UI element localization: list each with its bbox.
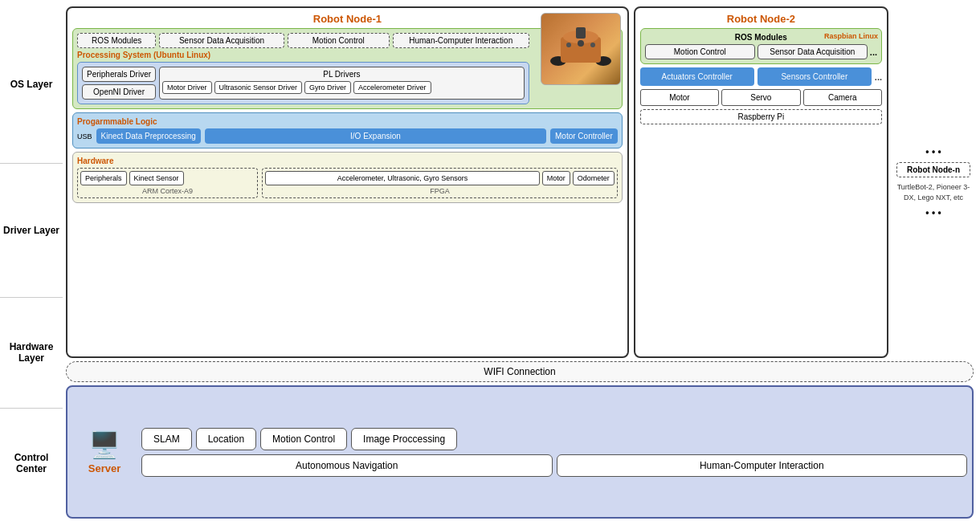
hw-groups: Peripherals Kinect Sensor ARM Cortex-A9 …: [77, 168, 618, 198]
server-area: 🖥️ Server: [72, 392, 137, 512]
node2-ros-inner: Motion Control Sensor Data Acquisition .…: [645, 44, 877, 59]
svg-point-6: [578, 40, 584, 47]
server-icon: 🖥️: [88, 429, 120, 460]
accelerometer-driver: Accelerometer Driver: [353, 81, 431, 94]
os-layer-label: OS Layer: [0, 6, 63, 163]
pl-drivers-inner: Motor Driver Ultrasonic Sensor Driver Gy…: [162, 81, 521, 94]
motor-servo-row: Motor Servo Camera: [640, 89, 882, 106]
programmable-logic: Progarmmable Logic USB Kinect Data Prepr…: [72, 112, 623, 149]
raspberry-pi-box: Raspberry Pi: [640, 109, 882, 124]
camera-item: Camera: [803, 89, 882, 106]
motion-control-box: Motion Control: [288, 33, 390, 48]
io-expansion-box: I/O Expansion: [205, 128, 546, 144]
processing-label: Processing System (Ubuntu Linux): [77, 51, 529, 59]
human-computer-box: Human-Computer Interaction: [393, 33, 529, 48]
arm-group: Peripherals Kinect Sensor ARM Cortex-A9: [77, 168, 258, 198]
act-dots: ...: [875, 67, 882, 86]
cc-content: SLAM Location Motion Control Image Procc…: [141, 392, 967, 512]
hw-label: Hardware: [77, 157, 618, 165]
cc-motion-control: Motion Control: [260, 428, 347, 450]
robot-node2: Robot Node-2 ROS Modules Raspbian Linux …: [634, 6, 888, 358]
peripherals-driver: Peripherals Driver: [82, 67, 156, 82]
driver-inner-box: Peripherals Driver OpenNI Driver PL Driv…: [77, 62, 529, 104]
odometer-hw: Odometer: [573, 171, 615, 185]
actuators-row: Actuators Controller Sensors Controller …: [640, 67, 882, 86]
ultrasonic-driver: Ultrasonic Sensor Driver: [214, 81, 303, 94]
usb-label: USB: [77, 132, 92, 140]
raspbian-label: Raspbian Linux: [824, 32, 878, 40]
sensor-data-box: Sensor Data Acquisition: [159, 33, 284, 48]
driver-layer-label: Driver Layer: [0, 163, 63, 297]
prog-logic-inner: USB Kinect Data Preprocessing I/O Expans…: [77, 128, 618, 144]
autonomous-nav-box: Autonomous Navigation: [141, 454, 553, 477]
robot-node1: Robot Node-1: [66, 6, 629, 358]
control-center: 🖥️ Server SLAM Location Motion Control I…: [66, 385, 974, 519]
node2-ros-box: ROS Modules Raspbian Linux Motion Contro…: [640, 28, 882, 64]
arm-items: Peripherals Kinect Sensor: [80, 171, 255, 185]
motor-hw: Motor: [542, 171, 570, 185]
node2-sensor-data: Sensor Data Acquisition: [757, 44, 868, 59]
noden-dots-bottom: • • •: [896, 207, 970, 218]
svg-point-7: [590, 43, 595, 47]
node2-dots: ...: [870, 44, 877, 59]
image-processing-box: Image Proccessing: [351, 428, 457, 450]
fpga-label: FPGA: [265, 187, 614, 195]
noden-title: Robot Node-n: [896, 162, 970, 177]
arm-label: ARM Cortex-A9: [80, 187, 255, 195]
openni-driver: OpenNI Driver: [82, 84, 156, 100]
kinect-box: Kinect Data Preprocessing: [96, 128, 201, 144]
motor-driver: Motor Driver: [162, 81, 212, 94]
nodes-row: Robot Node-1: [66, 6, 974, 358]
svg-rect-4: [576, 27, 586, 39]
cc-human-computer: Human-Computer Interaction: [557, 454, 968, 477]
os-modules-row: ROS Modules Sensor Data Acquisition Moti…: [77, 33, 529, 48]
right-content: Robot Node-1: [63, 0, 980, 525]
driver-left: Peripherals Driver OpenNI Driver: [82, 67, 156, 100]
noden-dots-top: • • •: [896, 146, 970, 157]
fpga-group: Accelerometer, Ultrasonic, Gyro Sensors …: [262, 168, 617, 198]
motor-item: Motor: [640, 89, 719, 106]
peripherals-hw: Peripherals: [80, 171, 127, 185]
control-center-label: Control Center: [0, 408, 63, 519]
robot-noden: • • • Robot Node-n TurtleBot-2, Pioneer …: [893, 6, 974, 358]
accel-sensor-hw: Accelerometer, Ultrasonic, Gyro Sensors: [265, 171, 539, 185]
robot-node2-title: Robot Node-2: [640, 13, 882, 25]
wifi-bar: WIFI Connection: [66, 361, 974, 382]
slam-box: SLAM: [141, 428, 192, 450]
gyro-driver: Gyro Driver: [304, 81, 351, 94]
pl-drivers-title: PL Drivers: [162, 70, 521, 79]
svg-point-5: [566, 43, 571, 47]
ros-modules-box: ROS Modules: [77, 33, 156, 48]
server-label: Server: [88, 462, 120, 474]
actuators-controller: Actuators Controller: [640, 67, 754, 86]
robot-image: [541, 13, 621, 85]
noden-desc: TurtleBot-2, Pioneer 3-DX, Lego NXT, etc: [896, 182, 970, 202]
sensors-controller: Sensors Controller: [757, 67, 872, 86]
cc-row2: Autonomous Navigation Human-Computer Int…: [141, 454, 967, 477]
node2-motion: Motion Control: [645, 44, 755, 59]
servo-item: Servo: [721, 89, 800, 106]
pl-drivers: PL Drivers Motor Driver Ultrasonic Senso…: [159, 67, 525, 100]
prog-logic-label: Progarmmable Logic: [77, 117, 618, 126]
kinect-sensor-hw: Kinect Sensor: [129, 171, 184, 185]
full-layout: OS Layer Driver Layer Hardware Layer Con…: [0, 0, 980, 525]
layer-labels: OS Layer Driver Layer Hardware Layer Con…: [0, 0, 63, 525]
location-box: Location: [196, 428, 256, 450]
cc-row1: SLAM Location Motion Control Image Procc…: [141, 428, 967, 450]
motor-controller-box: Motor Controller: [550, 128, 618, 144]
fpga-items: Accelerometer, Ultrasonic, Gyro Sensors …: [265, 171, 614, 185]
hardware-section: Hardware Peripherals Kinect Sensor ARM C…: [72, 152, 623, 203]
hardware-layer-label: Hardware Layer: [0, 297, 63, 408]
